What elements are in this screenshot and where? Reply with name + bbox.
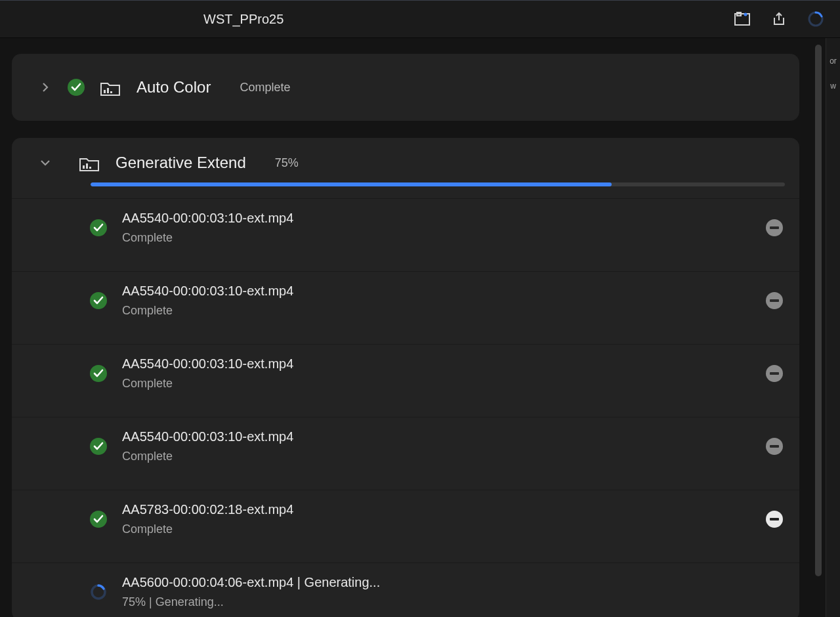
top-bar: WST_PPro25: [0, 0, 840, 38]
bin-icon: [100, 78, 121, 96]
side-tab[interactable]: w: [830, 81, 836, 91]
task-status: Complete: [122, 450, 751, 463]
remove-button: [765, 583, 784, 601]
svg-rect-7: [110, 91, 112, 93]
task-info: AA5540-00:00:03:10-ext.mp4Complete: [122, 211, 751, 245]
svg-rect-13: [770, 226, 779, 229]
chevron-right-icon[interactable]: [38, 80, 52, 95]
svg-rect-6: [107, 88, 109, 93]
task-filename: AA5540-00:00:03:10-ext.mp4: [122, 429, 751, 444]
remove-button[interactable]: [765, 291, 784, 310]
group-title: Auto Color: [136, 78, 211, 96]
task-status: 75% | Generating...: [122, 595, 751, 609]
check-circle-icon: [89, 510, 108, 528]
check-circle-icon: [89, 219, 108, 237]
check-circle-icon: [67, 78, 85, 96]
chevron-down-icon[interactable]: [38, 156, 52, 170]
task-filename: AA5783-00:00:02:18-ext.mp4: [122, 502, 751, 517]
remove-button[interactable]: [765, 510, 784, 528]
svg-rect-22: [770, 445, 779, 448]
side-tab[interactable]: or: [830, 56, 837, 66]
task-status: Complete: [122, 231, 751, 245]
group-progress-label: 75%: [275, 156, 299, 170]
remove-button[interactable]: [765, 364, 784, 383]
scrollbar[interactable]: [815, 45, 822, 583]
task-filename: AA5600-00:00:04:06-ext.mp4 | Generating.…: [122, 575, 751, 590]
svg-rect-9: [86, 163, 88, 169]
task-item: AA5600-00:00:04:06-ext.mp4 | Generating.…: [12, 563, 799, 617]
task-item: AA5540-00:00:03:10-ext.mp4Complete: [12, 271, 799, 330]
task-item: AA5783-00:00:02:18-ext.mp4Complete: [12, 490, 799, 548]
task-status: Complete: [122, 377, 751, 391]
task-filename: AA5540-00:00:03:10-ext.mp4: [122, 284, 751, 299]
group-title: Generative Extend: [116, 154, 246, 172]
tasks-panel: Auto Color Complete: [0, 38, 826, 617]
task-filename: AA5540-00:00:03:10-ext.mp4: [122, 211, 751, 226]
task-info: AA5540-00:00:03:10-ext.mp4Complete: [122, 356, 751, 391]
remove-button[interactable]: [765, 219, 784, 237]
activity-spinner-icon[interactable]: [807, 11, 824, 28]
task-info: AA5783-00:00:02:18-ext.mp4Complete: [122, 502, 751, 536]
progress-bar: [12, 179, 799, 186]
task-group-auto-color[interactable]: Auto Color Complete: [12, 54, 799, 121]
task-item: AA5540-00:00:03:10-ext.mp4Complete: [12, 417, 799, 475]
check-circle-icon: [89, 364, 108, 383]
spinner-icon: [89, 583, 108, 601]
group-header[interactable]: Generative Extend 75%: [12, 138, 799, 179]
task-group-generative-extend: Generative Extend 75% AA5540-00:00:03:10…: [12, 138, 799, 617]
task-info: AA5540-00:00:03:10-ext.mp4Complete: [122, 429, 751, 463]
task-status: Complete: [122, 304, 751, 318]
svg-point-2: [744, 13, 747, 16]
remove-button[interactable]: [765, 437, 784, 456]
svg-rect-16: [770, 299, 779, 302]
task-filename: AA5540-00:00:03:10-ext.mp4: [122, 356, 751, 372]
group-status: Complete: [240, 81, 290, 95]
svg-rect-8: [83, 165, 85, 169]
check-circle-icon: [89, 291, 108, 310]
project-title: WST_PPro25: [203, 12, 284, 27]
share-icon[interactable]: [770, 11, 788, 28]
bin-icon: [79, 154, 100, 172]
check-circle-icon: [89, 437, 108, 456]
panel-layout-icon[interactable]: [734, 11, 751, 28]
scrollbar-thumb[interactable]: [815, 45, 822, 576]
svg-rect-10: [89, 167, 91, 169]
task-info: AA5600-00:00:04:06-ext.mp4 | Generating.…: [122, 575, 751, 609]
task-item: AA5540-00:00:03:10-ext.mp4Complete: [12, 344, 799, 402]
task-info: AA5540-00:00:03:10-ext.mp4Complete: [122, 284, 751, 318]
svg-rect-25: [770, 518, 779, 521]
svg-rect-5: [104, 90, 106, 93]
task-item: AA5540-00:00:03:10-ext.mp4Complete: [12, 198, 799, 257]
task-status: Complete: [122, 522, 751, 536]
right-tab-strip: or w: [826, 38, 840, 617]
svg-rect-19: [770, 372, 779, 375]
